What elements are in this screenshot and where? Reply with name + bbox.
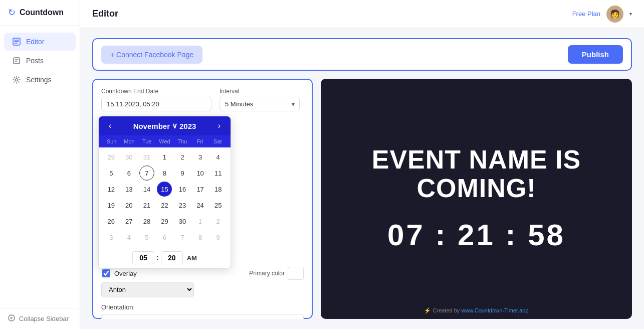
sidebar-logo: ↻ Countdown xyxy=(0,0,80,26)
cal-cell[interactable]: 9 xyxy=(175,166,190,181)
calendar-month-year: November ∨ 2023 xyxy=(133,121,196,130)
cal-cell[interactable]: 26 xyxy=(104,214,119,229)
preview-timer: 07 : 21 : 58 xyxy=(387,218,565,252)
calendar-days-header: Sun Mon Tue Wed Thu Fri Sat xyxy=(99,135,231,147)
cal-cell[interactable]: 12 xyxy=(104,182,119,197)
publish-button[interactable]: Publish xyxy=(568,45,623,64)
logo-text: Countdown xyxy=(20,8,64,17)
cal-cell[interactable]: 22 xyxy=(157,198,172,213)
cal-cell[interactable]: 19 xyxy=(104,198,119,213)
cal-cell[interactable]: 3 xyxy=(193,149,208,164)
orientation-select-wrapper: Square Landscape Portrait ▾ xyxy=(101,314,304,319)
cal-cell[interactable]: 3 xyxy=(104,230,119,245)
cal-cell[interactable]: 8 xyxy=(193,230,208,245)
logo-icon: ↻ xyxy=(8,7,16,18)
svg-point-2 xyxy=(16,79,18,81)
cal-cell[interactable]: 20 xyxy=(121,198,136,213)
cal-cell[interactable]: 4 xyxy=(210,149,226,164)
cal-cell[interactable]: 23 xyxy=(175,198,190,213)
countdown-end-date-label: Countdown End Date xyxy=(101,88,211,95)
connect-bar: + Connect Facebook Page Publish xyxy=(92,38,632,71)
cal-cell[interactable]: 29 xyxy=(157,214,172,229)
countdown-end-date-group: Countdown End Date xyxy=(101,88,211,111)
calendar-next-button[interactable]: › xyxy=(216,121,223,130)
cal-cell[interactable]: 28 xyxy=(139,214,154,229)
primary-color-label: Primary color xyxy=(249,270,285,277)
cal-cell[interactable]: 30 xyxy=(175,214,190,229)
interval-select[interactable]: 5 Minutes 1 Minute 30 Seconds 10 Seconds xyxy=(220,97,300,111)
cal-cell[interactable]: 11 xyxy=(210,166,226,181)
orientation-select[interactable]: Square Landscape Portrait xyxy=(101,314,304,319)
page-title: Editor xyxy=(92,9,118,19)
cal-cell-today[interactable]: 7 xyxy=(139,166,154,181)
cal-cell[interactable]: 13 xyxy=(121,182,136,197)
cal-cell-selected[interactable]: 15 xyxy=(157,182,172,197)
collapse-sidebar-label: Collapse Sidebar xyxy=(19,315,69,322)
cal-cell[interactable]: 6 xyxy=(121,166,136,181)
sidebar-item-posts-label: Posts xyxy=(26,57,44,65)
primary-color-swatch[interactable] xyxy=(288,267,304,280)
cal-cell[interactable]: 9 xyxy=(210,230,226,245)
cal-cell[interactable]: 10 xyxy=(193,166,208,181)
collapse-icon xyxy=(8,314,15,323)
font-select[interactable]: Anton Roboto Open Sans xyxy=(101,282,194,297)
cal-cell[interactable]: 17 xyxy=(193,182,208,197)
time-minute-input[interactable] xyxy=(161,251,183,264)
collapse-sidebar-btn[interactable]: Collapse Sidebar xyxy=(0,308,80,329)
cal-cell[interactable]: 7 xyxy=(175,230,190,245)
cal-cell[interactable]: 8 xyxy=(157,166,172,181)
overlay-primary-row: Overlay Primary color Anton Roboto Open … xyxy=(101,267,304,297)
cal-cell[interactable]: 14 xyxy=(139,182,154,197)
sidebar-item-editor[interactable]: Editor xyxy=(4,33,76,51)
cal-cell[interactable]: 5 xyxy=(139,230,154,245)
sidebar-item-posts[interactable]: Posts xyxy=(4,52,76,70)
cal-cell[interactable]: 24 xyxy=(193,198,208,213)
interval-label: Interval xyxy=(220,88,300,95)
cal-cell[interactable]: 2 xyxy=(175,149,190,164)
countdown-end-date-input[interactable] xyxy=(101,97,211,111)
cal-cell[interactable]: 5 xyxy=(104,166,119,181)
preview-panel: EVENT NAME ISCOMING! 07 : 21 : 58 ⚡ Crea… xyxy=(321,79,632,319)
calendar-month: November xyxy=(133,122,170,130)
cal-cell[interactable]: 2 xyxy=(210,214,226,229)
calendar-grid: 29 30 31 1 2 3 4 5 6 7 8 9 10 1 xyxy=(99,147,231,247)
avatar: 🧑 xyxy=(606,6,623,23)
content-area: + Connect Facebook Page Publish Countdow… xyxy=(80,28,644,329)
day-name-thu: Thu xyxy=(173,137,191,145)
calendar-header: ‹ November ∨ 2023 › xyxy=(99,116,231,135)
calendar-month-chevron: ∨ xyxy=(172,121,177,130)
cal-cell[interactable]: 1 xyxy=(157,149,172,164)
orientation-label: Orientation: xyxy=(101,303,304,311)
connect-facebook-button[interactable]: + Connect Facebook Page xyxy=(101,46,202,64)
cal-cell[interactable]: 29 xyxy=(104,149,119,164)
cal-cell[interactable]: 4 xyxy=(121,230,136,245)
day-name-fri: Fri xyxy=(191,137,208,145)
overlay-checkbox[interactable] xyxy=(102,269,110,277)
cal-cell[interactable]: 30 xyxy=(121,149,136,164)
main-content: Editor Free Plan 🧑 ▾ + Connect Facebook … xyxy=(80,0,644,329)
cal-cell[interactable]: 6 xyxy=(157,230,172,245)
settings-icon xyxy=(12,76,21,84)
topbar-right: Free Plan 🧑 ▾ xyxy=(572,6,632,23)
cal-cell[interactable]: 16 xyxy=(175,182,190,197)
cal-cell[interactable]: 18 xyxy=(210,182,226,197)
day-name-mon: Mon xyxy=(120,137,138,145)
cal-cell[interactable]: 31 xyxy=(139,149,154,164)
cal-cell[interactable]: 21 xyxy=(139,198,154,213)
sidebar-item-settings-label: Settings xyxy=(26,76,52,84)
orientation-row: Orientation: Square Landscape Portrait ▾ xyxy=(101,303,304,319)
cal-cell[interactable]: 27 xyxy=(121,214,136,229)
cal-cell[interactable]: 1 xyxy=(193,214,208,229)
time-hour-input[interactable] xyxy=(132,251,154,264)
sidebar: ↻ Countdown Editor Posts xyxy=(0,0,80,329)
chevron-down-icon[interactable]: ▾ xyxy=(629,11,632,17)
time-ampm: AM xyxy=(187,254,197,262)
calendar-prev-button[interactable]: ‹ xyxy=(107,121,113,130)
editor-panel: Countdown End Date Interval 5 Minutes 1 … xyxy=(92,79,313,319)
footer-link[interactable]: www.Countdown-Timer.app xyxy=(461,307,528,313)
cal-cell[interactable]: 25 xyxy=(210,198,226,213)
day-name-sun: Sun xyxy=(103,137,120,145)
time-separator: : xyxy=(156,254,159,262)
sidebar-item-settings[interactable]: Settings xyxy=(4,71,76,89)
arrow-indicator xyxy=(92,103,98,123)
